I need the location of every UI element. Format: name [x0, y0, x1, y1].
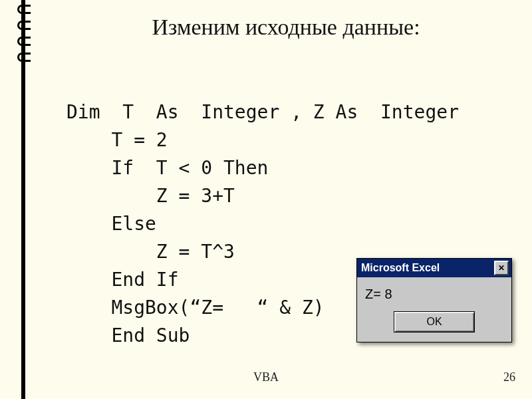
msgbox-dialog: Microsoft Excel ✕ Z= 8 OK — [356, 258, 512, 342]
slide: Изменим исходные данные: Dim T As Intege… — [0, 0, 532, 399]
msgbox-body: Z= 8 — [357, 277, 511, 306]
msgbox-titlebar: Microsoft Excel ✕ — [357, 259, 511, 277]
close-icon[interactable]: ✕ — [494, 261, 509, 275]
ok-button[interactable]: OK — [394, 311, 475, 332]
msgbox-buttons: OK — [357, 306, 511, 342]
footer-label: VBA — [0, 370, 532, 384]
slide-title: Изменим исходные данные: — [60, 15, 512, 40]
msgbox-title: Microsoft Excel — [361, 262, 440, 274]
page-number: 26 — [503, 370, 515, 384]
notebook-rings — [17, 5, 31, 62]
